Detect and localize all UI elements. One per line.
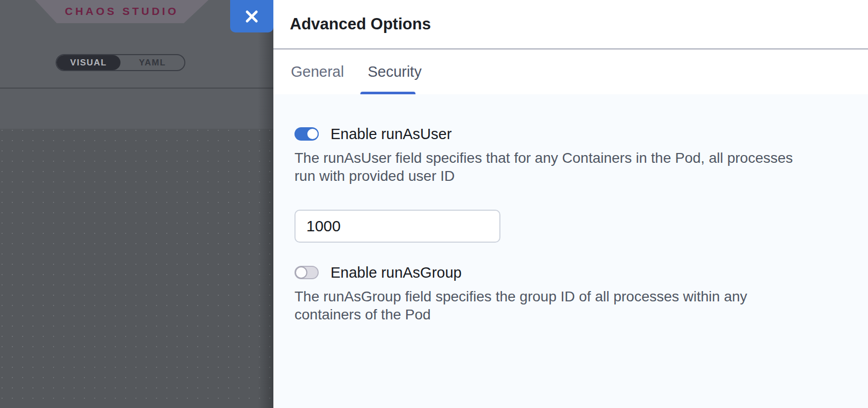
drawer-title: Advanced Options <box>290 15 431 33</box>
enable-run-as-user-toggle[interactable] <box>294 127 319 141</box>
drawer-close-button[interactable] <box>230 0 273 32</box>
yaml-toggle-button[interactable]: YAML <box>120 55 184 70</box>
run-as-group-description-line2: containers of the Pod <box>294 305 827 324</box>
pipeline-dotted-canvas <box>0 129 273 408</box>
visual-toggle-button[interactable]: VISUAL <box>57 55 120 70</box>
drawer-tabbar: General Security <box>273 49 868 94</box>
tab-security[interactable]: Security <box>367 49 423 94</box>
run-as-user-description-line1: The runAsUser field specifies that for a… <box>294 149 827 167</box>
run-as-group-description-line1: The runAsGroup field specifies the group… <box>294 287 827 305</box>
enable-run-as-group-toggle[interactable] <box>294 266 319 279</box>
drawer-header: Advanced Options <box>273 0 868 49</box>
run-as-group-description: The runAsGroup field specifies the group… <box>294 287 827 324</box>
advanced-options-drawer: Advanced Options General Security Enable… <box>273 0 868 408</box>
run-as-group-row: Enable runAsGroup <box>294 266 827 279</box>
toggle-knob <box>306 128 319 140</box>
run-as-user-description: The runAsUser field specifies that for a… <box>294 149 827 185</box>
toggle-knob <box>295 266 307 279</box>
run-as-group-label: Enable runAsGroup <box>331 264 462 281</box>
close-icon <box>245 9 259 24</box>
visual-yaml-toggle: VISUAL YAML <box>56 54 185 71</box>
chaos-studio-workspace: CHAOS STUDIO VISUAL YAML <box>0 0 273 408</box>
chaos-studio-banner-label: CHAOS STUDIO <box>65 5 179 19</box>
studio-subheader <box>0 89 273 129</box>
security-tab-panel: Enable runAsUser The runAsUser field spe… <box>273 94 868 408</box>
run-as-user-value-input[interactable] <box>294 210 500 243</box>
run-as-user-description-line2: run with provided user ID <box>294 167 827 185</box>
run-as-user-label: Enable runAsUser <box>331 126 452 143</box>
run-as-user-row: Enable runAsUser <box>294 127 827 141</box>
tab-general[interactable]: General <box>290 49 345 94</box>
chaos-studio-banner: CHAOS STUDIO <box>35 0 209 23</box>
